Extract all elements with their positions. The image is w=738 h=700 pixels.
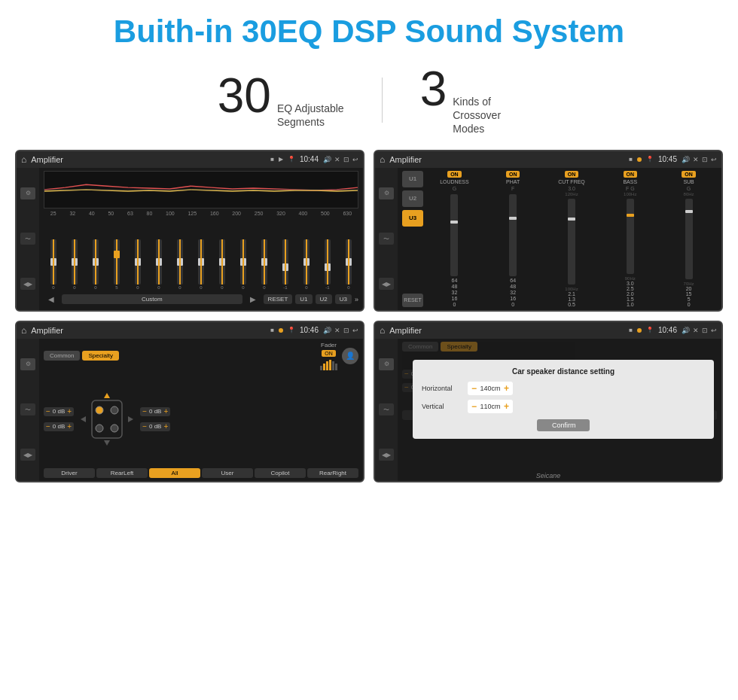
minimize-icon[interactable]: ⊡ (343, 156, 349, 163)
eq-slider-9: 0 (233, 239, 253, 290)
eq-prev-btn[interactable]: ◀ (44, 294, 59, 305)
dialog-horizontal-minus[interactable]: − (471, 383, 477, 394)
db-plus-tr[interactable]: + (163, 408, 168, 415)
db-val-br: 0 dB (149, 423, 161, 430)
loudness-on-btn[interactable]: ON (447, 171, 462, 178)
crossover-home-icon[interactable]: ⌂ (380, 154, 385, 165)
eq-reset-btn[interactable]: RESET (264, 294, 293, 304)
eq-slider-4: 0 (128, 239, 148, 290)
crossover-sidebar-icon3[interactable]: ◀▶ (379, 278, 394, 290)
preset-u1[interactable]: U1 (402, 171, 423, 187)
specialty-title: Amplifier (31, 326, 266, 335)
back-icon[interactable]: ↩ (352, 156, 358, 163)
cutfreq-top: 3.0 (568, 186, 575, 191)
cutfreq-on-btn[interactable]: ON (565, 171, 579, 178)
fader-bar-6 (335, 364, 337, 370)
specialty-sidebar-icon3[interactable]: ◀▶ (20, 449, 35, 461)
crossover-sidebar-icon2[interactable]: 〜 (379, 233, 394, 245)
phat-slider[interactable] (509, 194, 517, 276)
db-minus-br[interactable]: − (142, 423, 147, 431)
btn-rearright[interactable]: RearRight (307, 468, 358, 478)
db-plus-br[interactable]: + (163, 423, 168, 431)
dialog-vertical-row: Vertical − 110cm + (422, 400, 705, 413)
specialty-sidebar-icon2[interactable]: 〜 (20, 403, 35, 415)
preset-u2[interactable]: U2 (402, 190, 423, 207)
crossover-title: Amplifier (389, 155, 624, 164)
distance-sidebar-icon3[interactable]: ◀▶ (379, 449, 394, 461)
phat-on-btn[interactable]: ON (506, 171, 520, 178)
specialty-minimize-icon[interactable]: ⊡ (343, 327, 349, 334)
crossover-label: Kinds ofCrossover Modes (453, 95, 520, 136)
phat-sublabel: F (511, 186, 514, 191)
db-minus-tr[interactable]: − (142, 408, 147, 415)
eq-more-icon[interactable]: » (355, 296, 358, 303)
tab-common[interactable]: Common (44, 351, 80, 361)
eq-u2-btn[interactable]: U2 (316, 294, 332, 304)
distance-sidebar: ⚙ 〜 ◀▶ (375, 339, 398, 481)
svg-marker-9 (128, 416, 133, 422)
cutfreq-freq1: 120Hz (565, 192, 578, 196)
crossover-sidebar-icon1[interactable]: ⚙ (379, 187, 394, 199)
play-icon: ▶ (279, 156, 283, 163)
crossover-location-icon: 📍 (646, 156, 654, 163)
svg-point-5 (111, 425, 118, 432)
eq-u3-btn[interactable]: U3 (335, 294, 352, 304)
specialty-back-icon[interactable]: ↩ (352, 327, 358, 334)
cutfreq-slider[interactable] (568, 199, 575, 285)
specialty-sidebar-icon1[interactable]: ⚙ (20, 358, 35, 370)
dialog-horizontal-label: Horizontal (422, 385, 463, 392)
crossover-minimize-icon[interactable]: ⊡ (702, 156, 708, 163)
svg-marker-8 (81, 416, 86, 422)
dialog-horizontal-plus[interactable]: + (504, 383, 509, 394)
specialty-home-icon[interactable]: ⌂ (21, 325, 26, 336)
btn-rearleft[interactable]: RearLeft (96, 468, 148, 478)
btn-copilot[interactable]: Copilot (255, 468, 306, 478)
dialog-vertical-minus[interactable]: − (471, 401, 477, 412)
preset-u3[interactable]: U3 (402, 210, 423, 227)
confirm-button[interactable]: Confirm (537, 419, 590, 431)
crossover-reset-btn[interactable]: RESET (402, 294, 423, 307)
btn-driver[interactable]: Driver (44, 468, 95, 478)
eq-u1-btn[interactable]: U1 (295, 294, 312, 304)
db-plus-bl[interactable]: + (67, 423, 72, 431)
btn-user[interactable]: User (202, 468, 253, 478)
dialog-vertical-plus[interactable]: + (504, 401, 509, 412)
cutfreq-vals: 2.11.30.5 (568, 291, 575, 307)
distance-back-icon[interactable]: ↩ (711, 327, 717, 334)
profile-icon[interactable]: 👤 (342, 348, 358, 364)
distance-close-icon[interactable]: ✕ (693, 327, 699, 334)
page-header: Buith-in 30EQ DSP Sound System (0, 0, 738, 57)
eq-next-btn[interactable]: ▶ (245, 294, 261, 305)
distance-home-icon[interactable]: ⌂ (380, 325, 385, 336)
eq-sidebar-icon1[interactable]: ⚙ (20, 187, 35, 199)
bass-on-btn[interactable]: ON (624, 171, 638, 178)
eq-custom-btn[interactable]: Custom (62, 294, 242, 304)
tab-specialty[interactable]: Specialty (82, 351, 118, 361)
specialty-location-icon: 📍 (288, 327, 295, 333)
distance-sidebar-icon2[interactable]: 〜 (379, 403, 394, 415)
db-val-tr: 0 dB (149, 408, 161, 415)
svg-point-4 (96, 425, 103, 432)
crossover-back-icon[interactable]: ↩ (711, 156, 717, 163)
close-icon[interactable]: ✕ (334, 156, 340, 163)
eq-sidebar-icon2[interactable]: 〜 (20, 233, 35, 245)
fader-on-btn[interactable]: ON (322, 350, 336, 357)
eq-sidebar-icon3[interactable]: ◀▶ (20, 278, 35, 290)
distance-sidebar-icon1[interactable]: ⚙ (379, 358, 394, 370)
crossover-close-icon[interactable]: ✕ (693, 156, 699, 163)
crossover-presets: U1 U2 U3 RESET (402, 171, 423, 307)
db-plus-tl[interactable]: + (67, 408, 72, 415)
db-minus-bl[interactable]: − (46, 423, 50, 431)
loudness-slider[interactable] (450, 194, 458, 276)
db-minus-tl[interactable]: − (46, 408, 50, 415)
btn-all[interactable]: All (149, 468, 200, 478)
left-db-controls: − 0 dB + − 0 dB + (44, 407, 74, 431)
distance-minimize-icon[interactable]: ⊡ (702, 327, 708, 334)
sub-on-btn[interactable]: ON (682, 171, 696, 178)
home-icon[interactable]: ⌂ (21, 154, 26, 165)
eq-stat: 30 EQ AdjustableSegments (180, 72, 382, 129)
sub-slider[interactable] (685, 199, 693, 279)
specialty-close-icon[interactable]: ✕ (334, 327, 340, 334)
bass-slider[interactable] (627, 199, 634, 274)
speaker-layout: − 0 dB + − 0 dB + (44, 373, 358, 466)
